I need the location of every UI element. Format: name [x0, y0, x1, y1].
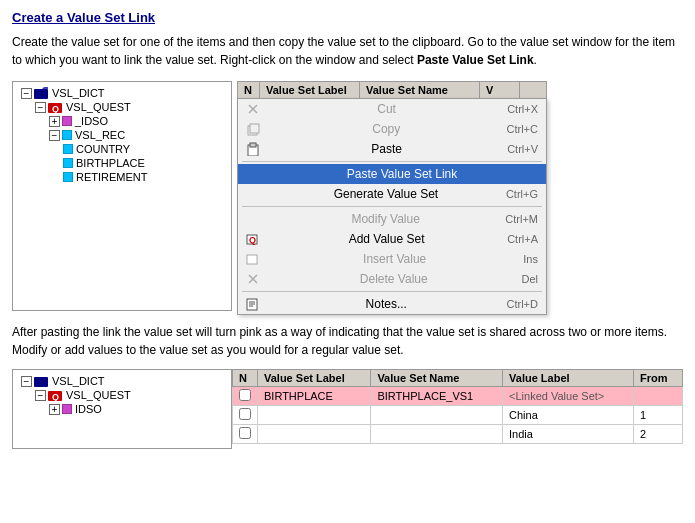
- row-checkbox-1[interactable]: [239, 389, 251, 401]
- copy-icon-area: [246, 122, 266, 136]
- table-row: China 1: [233, 406, 683, 425]
- svg-text:Q: Q: [52, 104, 59, 113]
- bt-label-vsl-quest: VSL_QUEST: [66, 389, 131, 401]
- cell-vsn-2: [371, 406, 503, 425]
- delete-shortcut: Del: [521, 273, 538, 285]
- tree-item-retirement[interactable]: RETIREMENT: [17, 170, 227, 184]
- col-value-set-label: Value Set Label: [260, 82, 360, 98]
- bt-expand-vsl-dict[interactable]: −: [21, 376, 32, 387]
- delete-label: Delete Value: [360, 272, 428, 286]
- bt-expand-idso[interactable]: +: [49, 404, 60, 415]
- add-vs-shortcut: Ctrl+A: [507, 233, 538, 245]
- table-header: N Value Set Label Value Set Name V: [237, 81, 547, 98]
- quest-icon: Q: [48, 101, 64, 113]
- svg-rect-12: [247, 255, 257, 264]
- intro-highlight: Paste Value Set Link: [417, 53, 534, 67]
- tree-label-birthplace: BIRTHPLACE: [76, 157, 145, 169]
- cut-label: Cut: [377, 102, 396, 116]
- menu-item-cut[interactable]: Cut Ctrl+X: [238, 99, 546, 119]
- tree-item-vsl-dict[interactable]: − VSL_DICT: [17, 86, 227, 100]
- tree-item-birthplace[interactable]: BIRTHPLACE: [17, 156, 227, 170]
- menu-sep-2: [242, 206, 542, 207]
- th-n: N: [233, 370, 258, 387]
- page-title: Create a Value Set Link: [12, 10, 683, 25]
- notes-label: Notes...: [366, 297, 407, 311]
- cut-shortcut: Ctrl+X: [507, 103, 538, 115]
- insert-label: Insert Value: [363, 252, 426, 266]
- cell-n-1: [233, 387, 258, 406]
- rec-icon: [62, 130, 72, 140]
- svg-text:Q: Q: [249, 235, 256, 245]
- menu-item-modify[interactable]: Modify Value Ctrl+M: [238, 209, 546, 229]
- paste-vsl-label: Paste Value Set Link: [347, 167, 458, 181]
- bt-item-idso[interactable]: + IDSO: [17, 402, 227, 416]
- menu-item-add-vs[interactable]: Q Add Value Set Ctrl+A: [238, 229, 546, 249]
- bt-item-vsl-dict[interactable]: − VSL_DICT: [17, 374, 227, 388]
- diagram-area: − VSL_DICT − Q VSL_QUEST + _IDSO − VSL_R…: [12, 81, 683, 311]
- notes-shortcut: Ctrl+D: [507, 298, 538, 310]
- copy-label: Copy: [372, 122, 400, 136]
- tree-panel: − VSL_DICT − Q VSL_QUEST + _IDSO − VSL_R…: [12, 81, 232, 311]
- modify-shortcut: Ctrl+M: [505, 213, 538, 225]
- bt-expand-vsl-quest[interactable]: −: [35, 390, 46, 401]
- cell-vl-3: India: [503, 425, 634, 444]
- add-vs-label: Add Value Set: [349, 232, 425, 246]
- intro-text1: Create the value set for one of the item…: [12, 35, 675, 67]
- tree-label-retirement: RETIREMENT: [76, 171, 148, 183]
- tree-label-vsl-rec: VSL_REC: [75, 129, 125, 141]
- svg-rect-19: [34, 377, 48, 387]
- bt-label-vsl-dict: VSL_DICT: [52, 375, 105, 387]
- bt-item-vsl-quest[interactable]: − Q VSL_QUEST: [17, 388, 227, 402]
- insert-icon-area: [246, 252, 266, 266]
- cell-from-2: 1: [633, 406, 682, 425]
- insert-icon: [246, 252, 260, 266]
- generate-label: Generate Value Set: [334, 187, 439, 201]
- cell-vsn-3: [371, 425, 503, 444]
- row-checkbox-3[interactable]: [239, 427, 251, 439]
- tree-item-country[interactable]: COUNTRY: [17, 142, 227, 156]
- add-vs-icon-area: Q: [246, 232, 266, 246]
- intro-text2: .: [534, 53, 537, 67]
- tree-label-vsl-dict: VSL_DICT: [52, 87, 105, 99]
- tree-label-vsl-quest: VSL_QUEST: [66, 101, 131, 113]
- cell-n-2: [233, 406, 258, 425]
- context-menu-area: N Value Set Label Value Set Name V Cut C…: [237, 81, 547, 315]
- menu-item-paste[interactable]: Paste Ctrl+V: [238, 139, 546, 159]
- bottom-text: After pasting the link the value set wil…: [12, 323, 683, 359]
- cell-vsl-3: [258, 425, 371, 444]
- col-v: V: [480, 82, 520, 98]
- tree-item-idso[interactable]: + _IDSO: [17, 114, 227, 128]
- menu-item-generate[interactable]: Generate Value Set Ctrl+G: [238, 184, 546, 204]
- birthplace-icon: [63, 158, 73, 168]
- th-vsl: Value Set Label: [258, 370, 371, 387]
- menu-sep-1: [242, 161, 542, 162]
- delete-icon-area: [246, 272, 266, 286]
- bt-quest-icon: Q: [48, 389, 64, 401]
- row-checkbox-2[interactable]: [239, 408, 251, 420]
- expand-idso[interactable]: +: [49, 116, 60, 127]
- insert-shortcut: Ins: [523, 253, 538, 265]
- col-n: N: [238, 82, 260, 98]
- menu-item-delete[interactable]: Delete Value Del: [238, 269, 546, 289]
- paste-icon-area: [246, 142, 266, 156]
- country-icon: [63, 144, 73, 154]
- expand-vsl-quest[interactable]: −: [35, 102, 46, 113]
- menu-item-paste-vsl[interactable]: Paste Value Set Link: [238, 164, 546, 184]
- expand-vsl-rec[interactable]: −: [49, 130, 60, 141]
- expand-vsl-dict[interactable]: −: [21, 88, 32, 99]
- cell-vl-2: China: [503, 406, 634, 425]
- intro-paragraph: Create the value set for one of the item…: [12, 33, 683, 69]
- cell-n-3: [233, 425, 258, 444]
- svg-text:Q: Q: [52, 392, 59, 401]
- svg-marker-1: [34, 87, 48, 89]
- menu-item-insert[interactable]: Insert Value Ins: [238, 249, 546, 269]
- tree-item-vsl-quest[interactable]: − Q VSL_QUEST: [17, 100, 227, 114]
- menu-item-notes[interactable]: Notes... Ctrl+D: [238, 294, 546, 314]
- svg-rect-9: [250, 143, 256, 147]
- svg-rect-0: [34, 89, 48, 99]
- copy-icon: [246, 122, 260, 136]
- tree-item-vsl-rec[interactable]: − VSL_REC: [17, 128, 227, 142]
- col-value-set-name: Value Set Name: [360, 82, 480, 98]
- table-row: India 2: [233, 425, 683, 444]
- menu-item-copy[interactable]: Copy Ctrl+C: [238, 119, 546, 139]
